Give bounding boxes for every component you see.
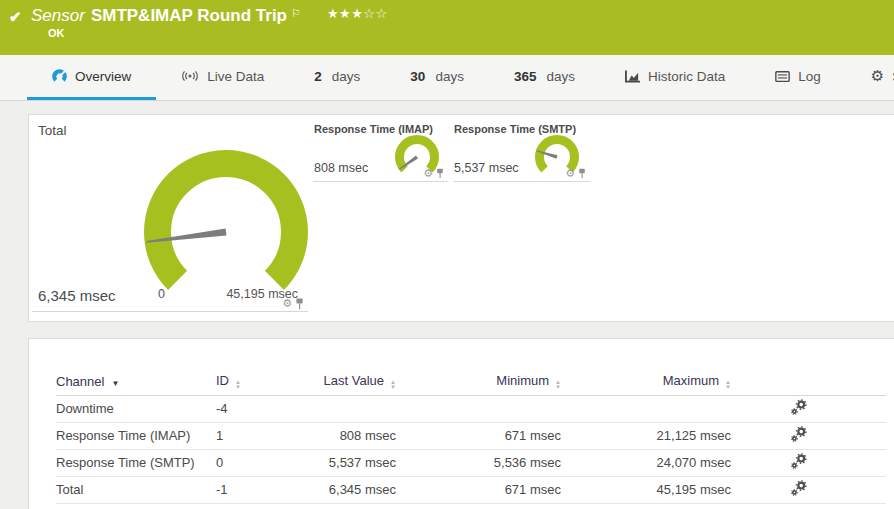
gauge-icon <box>52 69 67 84</box>
gauge-widget-smtp: Response Time (SMTP) 5,537 msec ⚙ <box>453 116 590 182</box>
tab-live-data[interactable]: Live Data <box>156 55 289 100</box>
tab-settings[interactable]: ⚙ Settings <box>846 55 894 100</box>
gauge-settings-gear-icon[interactable]: ⚙ <box>423 167 433 180</box>
gauge-value: 6,345 msec <box>38 287 116 304</box>
sort-icon: ▲▼ <box>235 380 241 390</box>
cell-id: 0 <box>216 449 276 476</box>
tab-2-days[interactable]: 2 days <box>289 55 385 100</box>
cell-last-value: 808 msec <box>276 422 396 449</box>
cell-minimum: 671 msec <box>396 422 561 449</box>
channel-settings-icon[interactable] <box>791 480 807 496</box>
tab-label: days <box>435 69 464 84</box>
cell-channel: Response Time (IMAP) <box>56 422 216 449</box>
tab-historic-data[interactable]: Historic Data <box>600 55 750 100</box>
cell-last-value: 6,345 msec <box>276 476 396 503</box>
tab-label-number: 30 <box>410 69 425 84</box>
gauge-settings-gear-icon[interactable]: ⚙ <box>565 167 575 180</box>
status-ok-check-icon: ✔ <box>9 8 22 26</box>
tab-365-days[interactable]: 365 days <box>489 55 600 100</box>
page-body: Total 0 45,195 msec 6,345 msec ⚙ Respons… <box>0 101 894 509</box>
gear-icon: ⚙ <box>871 67 884 85</box>
tab-30-days[interactable]: 30 days <box>385 55 489 100</box>
channel-settings-icon[interactable] <box>791 426 807 442</box>
channels-panel: Channel▼ ID▲▼ Last Value▲▼ Minimum▲▼ Max… <box>28 338 894 509</box>
tab-label: Live Data <box>207 69 264 84</box>
sort-icon: ▲▼ <box>390 380 396 390</box>
cell-minimum <box>396 395 561 422</box>
gauge-settings-gear-icon[interactable]: ⚙ <box>282 297 292 310</box>
column-header-maximum[interactable]: Maximum▲▼ <box>561 368 731 395</box>
priority-flag-icon[interactable]: ⚐ <box>291 7 301 20</box>
channels-table: Channel▼ ID▲▼ Last Value▲▼ Minimum▲▼ Max… <box>56 368 886 504</box>
stars-filled[interactable]: ★★★ <box>327 6 363 21</box>
cell-minimum: 671 msec <box>396 476 561 503</box>
column-label: Maximum <box>663 373 719 388</box>
gauge-widget-total: Total 0 45,195 msec 6,345 msec ⚙ <box>32 116 308 312</box>
gauge-title: Total <box>38 123 67 138</box>
tab-label: days <box>546 69 575 84</box>
cell-last-value <box>276 395 396 422</box>
gauge-value: 5,537 msec <box>454 161 519 175</box>
cell-channel: Downtime <box>56 395 216 422</box>
live-data-icon <box>181 70 199 82</box>
pin-icon[interactable] <box>436 168 444 179</box>
sensor-header: ✔ Sensor SMTP&IMAP Round Trip ⚐ ★★★☆☆ OK <box>0 0 894 55</box>
channel-settings-icon[interactable] <box>791 399 807 415</box>
column-label: ID <box>216 373 229 388</box>
table-row[interactable]: Total -1 6,345 msec 671 msec 45,195 msec <box>56 476 886 503</box>
tab-label-number: 365 <box>514 69 537 84</box>
cell-minimum: 5,536 msec <box>396 449 561 476</box>
cell-id: 1 <box>216 422 276 449</box>
tab-label: Log <box>798 69 821 84</box>
cell-id: -1 <box>216 476 276 503</box>
gauge-widget-imap: Response Time (IMAP) 808 msec ⚙ <box>313 116 448 182</box>
column-header-actions <box>731 368 886 395</box>
table-row[interactable]: Response Time (SMTP) 0 5,537 msec 5,536 … <box>56 449 886 476</box>
tab-overview[interactable]: Overview <box>27 55 156 100</box>
sensor-title: SMTP&IMAP Round Trip <box>91 6 287 26</box>
column-header-id[interactable]: ID▲▼ <box>216 368 276 395</box>
sort-icon: ▲▼ <box>555 380 561 390</box>
gauges-panel: Total 0 45,195 msec 6,345 msec ⚙ Respons… <box>28 114 894 322</box>
bar-chart-icon <box>625 70 640 83</box>
gauge-value: 808 msec <box>314 161 368 175</box>
status-badge: OK <box>0 27 894 39</box>
tab-label: days <box>332 69 361 84</box>
sort-desc-icon: ▼ <box>111 379 119 388</box>
table-row[interactable]: Response Time (IMAP) 1 808 msec 671 msec… <box>56 422 886 449</box>
column-label: Channel <box>56 374 104 389</box>
column-label: Minimum <box>496 373 549 388</box>
cell-maximum: 24,070 msec <box>561 449 731 476</box>
tab-log[interactable]: Log <box>750 55 846 100</box>
cell-channel: Response Time (SMTP) <box>56 449 216 476</box>
tab-label: Overview <box>75 69 131 84</box>
stars-empty[interactable]: ☆☆ <box>363 6 387 21</box>
tab-bar: Overview Live Data 2 days 30 days 365 da… <box>0 55 894 101</box>
sort-icon: ▲▼ <box>725 380 731 390</box>
cell-last-value: 5,537 msec <box>276 449 396 476</box>
cell-maximum <box>561 395 731 422</box>
column-header-channel[interactable]: Channel▼ <box>56 368 216 395</box>
cell-maximum: 21,125 msec <box>561 422 731 449</box>
tab-label: Historic Data <box>648 69 725 84</box>
column-header-minimum[interactable]: Minimum▲▼ <box>396 368 561 395</box>
table-header-row: Channel▼ ID▲▼ Last Value▲▼ Minimum▲▼ Max… <box>56 368 886 395</box>
channel-settings-icon[interactable] <box>791 453 807 469</box>
log-list-icon <box>775 71 790 82</box>
cell-channel: Total <box>56 476 216 503</box>
cell-id: -4 <box>216 395 276 422</box>
tab-label-number: 2 <box>314 69 322 84</box>
cell-maximum: 45,195 msec <box>561 476 731 503</box>
table-row[interactable]: Downtime -4 <box>56 395 886 422</box>
sensor-kind-label: Sensor <box>31 6 85 26</box>
pin-icon[interactable] <box>578 168 586 179</box>
column-header-last-value[interactable]: Last Value▲▼ <box>276 368 396 395</box>
gauge-min-label: 0 <box>158 287 165 301</box>
total-gauge <box>141 146 311 298</box>
priority-stars[interactable]: ★★★☆☆ <box>327 6 388 21</box>
pin-icon[interactable] <box>295 298 304 310</box>
column-label: Last Value <box>324 373 384 388</box>
